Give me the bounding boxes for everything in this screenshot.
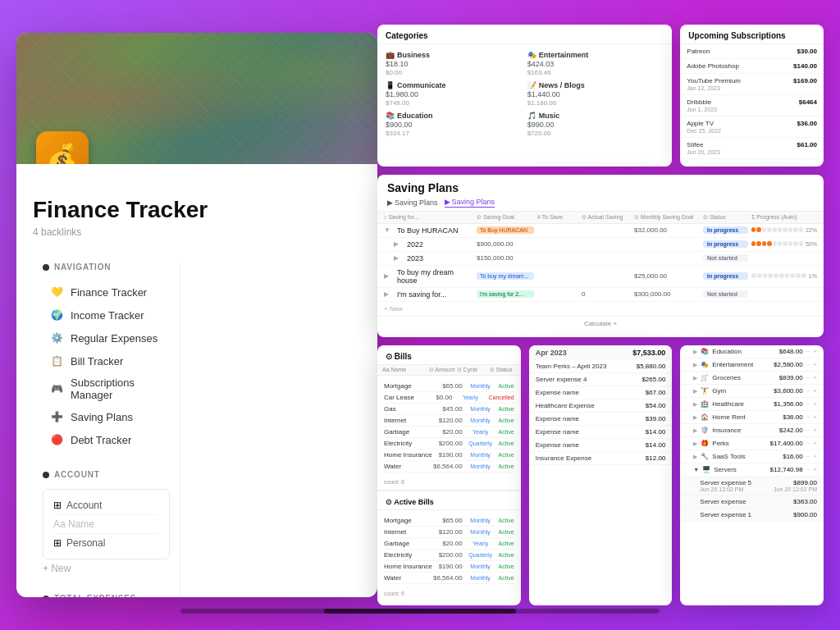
nav-section: 💛 Finance Tracker 🌍 Income Tracker ⚙️ Re… [43,281,170,450]
bills-col-amount: ⊙ Amount [429,367,455,373]
dot [773,227,777,232]
sub-slifee-amount: $61.00 [797,141,817,148]
bottom-scrollbar[interactable] [180,609,660,614]
gym-cat-icon: 🏋️ [701,387,709,395]
sidebar-item-subscriptions-manager[interactable]: 🎮 Subscriptions Manager [43,373,170,404]
expenses-total: $7,533.00 [632,349,665,357]
education-icon: 📚 [386,112,395,120]
saving-row-huracan: ▼ To Buy HURACAN To Buy HURACAN $32,000.… [377,224,824,238]
account-dot [43,472,49,478]
row2023-name: 2023 [407,254,473,262]
expand-insurance[interactable]: ▶ [693,427,697,434]
insurance-more[interactable]: ··· [806,427,811,434]
cat-education-row: ▶ 📚 Education $648.00 ··· + [680,345,824,358]
expand-icon-3[interactable]: ▶ [394,254,404,262]
cat-business-name: 💼 Business [386,51,523,59]
subscriptions-list: Patreon $30.00 Adobe Photoshop $140.00 Y… [680,44,824,159]
insurance-add[interactable]: + [813,427,817,434]
education-add[interactable]: + [813,348,817,355]
expand-servers[interactable]: ▼ [693,467,699,472]
expenses-month: Apr 2023 [536,349,567,357]
nav-column: NAVIGATION 💛 Finance Tracker 🌍 Income Tr… [33,262,180,597]
exp-team-perks-name: Team Perks – April 2023 [536,363,607,370]
education-more[interactable]: ··· [806,348,811,355]
expand-groceries[interactable]: ▶ [693,375,697,381]
education-controls: $648.00 ··· + [779,348,817,355]
gym-more[interactable]: ··· [806,387,811,395]
sidebar-item-bill-tracker[interactable]: 📋 Bill Tracker [43,350,170,372]
bill-electricity: Electricity $200.00 Quarterly Active [384,438,514,450]
personal-icon: ⊞ [53,537,62,549]
expand-icon-5[interactable]: ▶ [384,290,394,298]
sidebar-item-regular-expenses[interactable]: ⚙️ Regular Expenses [43,327,170,349]
sidebar-item-saving-plans[interactable]: ➕ Saving Plans [43,406,170,427]
exp-name-3-label: Expense name [536,428,579,436]
expand-saas[interactable]: ▶ [693,454,697,460]
nav-label-subscriptions: Subscriptions Manager [71,377,163,401]
healthcare-add[interactable]: + [813,400,817,408]
groceries-add[interactable]: + [813,374,817,381]
perks-controls: $17,400.00 ··· + [770,440,817,447]
dot [757,273,762,278]
name-placeholder: Aa Name [53,518,94,530]
sub-dribbble: Dribbble Jun 1, 2023 $6464 [680,95,824,116]
healthcare-more[interactable]: ··· [806,400,811,408]
account-table-label: Account [66,500,102,511]
sub-patreon-amount: $30.00 [797,48,817,55]
perks-add[interactable]: + [813,440,817,447]
account-personal-row: ⊞ Personal [53,534,159,552]
active-internet: Internet $120.00 Monthly Active [384,527,514,538]
dot [801,273,806,278]
sub-youtube-amount: $169.00 [793,77,817,84]
gym-add[interactable]: + [813,387,817,395]
saving-tab-2[interactable]: ▶ Saving Plans [445,198,495,208]
servers-add[interactable]: + [813,466,817,473]
expand-education[interactable]: ▶ [693,349,697,355]
saas-add[interactable]: + [813,453,817,460]
active-bills-header: ⊙ Active Bills [377,491,521,510]
sidebar-item-income-tracker[interactable]: 🌍 Income Tracker [43,304,170,326]
total-expenses-label: TOTAL EXPENSES [43,594,170,597]
entertainment-add[interactable]: + [813,361,817,368]
server-exp-label: Jun 20 12:02 PM [774,486,817,492]
col-monthly: ⊙ Monthly Saving Goal [634,214,700,221]
expenses-icon: ⚙️ [49,331,64,345]
expand-gym[interactable]: ▶ [693,388,697,395]
groceries-more[interactable]: ··· [806,374,811,381]
expand-perks[interactable]: ▶ [693,441,697,447]
cat-music: 🎵 Music $990.00 $720.00 [527,112,664,137]
sidebar-item-debt-tracker[interactable]: 🔴 Debt Tracker [43,429,170,450]
exp-insurance-amount: $12.00 [646,454,665,462]
sidebar-item-finance-tracker[interactable]: 💛 Finance Tracker [43,281,170,303]
expand-entertainment[interactable]: ▶ [693,362,697,368]
account-add-new[interactable]: + New [43,559,170,578]
active-water: Water $6,564.00 Monthly Active [384,573,514,584]
cat-education-left: ▶ 📚 Education [693,348,742,355]
perks-more[interactable]: ··· [806,440,811,447]
insurance-cat-icon: 🛡️ [701,427,709,434]
entertainment-more[interactable]: ··· [806,361,811,368]
total-expenses-section: TOTAL EXPENSES ⊞ Table Aa Name Lifetime … [43,594,170,597]
server-1-amount: $900.00 [793,511,817,518]
calculate-btn[interactable]: Calculate + [377,316,824,331]
sub-photoshop-amount: $140.00 [793,62,817,70]
account-name-row[interactable]: Aa Name [53,515,159,534]
homerent-more[interactable]: ··· [806,413,811,421]
expand-icon[interactable]: ▼ [384,226,394,234]
bills-col-status: ⊙ Status [490,367,516,373]
homerent-add[interactable]: + [813,413,817,421]
bill-garbage: Garbage $20.00 Yearly Active [384,427,514,438]
server-exp-name: Server expense [700,498,746,505]
saas-more[interactable]: ··· [806,453,811,460]
saving-tab-1[interactable]: ▶ Saving Plans [387,198,438,208]
expand-homerent[interactable]: ▶ [693,414,697,421]
dot [783,227,787,232]
servers-more[interactable]: ··· [806,466,811,473]
dot [793,241,797,246]
cat-news-name: 📝 News / Blogs [527,81,664,89]
saving-add-new[interactable]: + New [377,302,824,316]
expand-icon-4[interactable]: ▶ [384,272,394,280]
expand-icon-2[interactable]: ▶ [394,240,404,248]
expand-healthcare[interactable]: ▶ [693,401,697,408]
house-monthly: $25,000.00 [634,272,700,280]
